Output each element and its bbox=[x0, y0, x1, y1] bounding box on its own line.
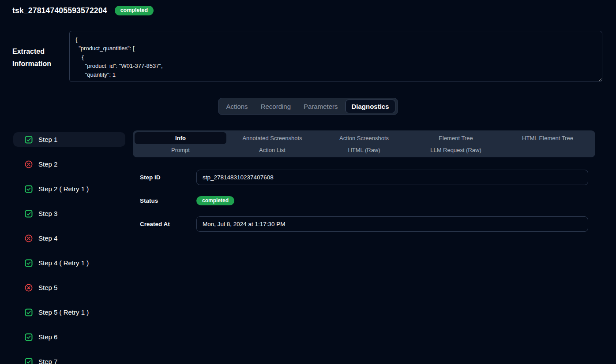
step-list-item[interactable]: Step 6 bbox=[13, 330, 125, 344]
info-field-row: Created At bbox=[140, 216, 588, 232]
step-label: Step 2 bbox=[38, 160, 57, 168]
step-success-check-icon bbox=[25, 308, 33, 316]
step-label: Step 4 bbox=[38, 234, 57, 242]
subtab-element-tree[interactable]: Element Tree bbox=[410, 132, 502, 144]
subtab-html-raw[interactable]: HTML (Raw) bbox=[318, 145, 410, 156]
step-label: Step 1 bbox=[38, 136, 57, 143]
info-field-row: Statuscompleted bbox=[140, 193, 588, 208]
task-id-title: tsk_278147405593572204 bbox=[12, 6, 107, 15]
step-list-item[interactable]: Step 3 bbox=[13, 206, 125, 221]
subtab-info[interactable]: Info bbox=[135, 132, 226, 144]
step-label: Step 5 bbox=[38, 284, 57, 291]
extracted-information-section: Extracted Information { "product_quantit… bbox=[0, 31, 616, 82]
step-label: Step 5 ( Retry 1 ) bbox=[38, 308, 89, 316]
step-list-item[interactable]: Step 4 bbox=[13, 231, 125, 245]
info-field-row: Step ID bbox=[140, 170, 588, 185]
step-failure-x-icon bbox=[25, 234, 33, 242]
tab-recording[interactable]: Recording bbox=[255, 100, 296, 113]
step-label: Step 6 bbox=[38, 333, 57, 341]
diagnostics-subtabs: InfoAnnotated ScreenshotsAction Screensh… bbox=[133, 130, 595, 157]
diagnostics-content: Step 1 Step 2 Step 2 ( Retry 1 ) Step 3 … bbox=[0, 130, 616, 364]
info-fields: Step IDStatuscompletedCreated At bbox=[140, 170, 588, 232]
step-list-item[interactable]: Step 2 ( Retry 1 ) bbox=[13, 182, 125, 196]
step-list-item[interactable]: Step 1 bbox=[13, 132, 125, 147]
step-failure-x-icon bbox=[25, 284, 33, 292]
step-label: Step 3 bbox=[38, 210, 57, 217]
step-failure-x-icon bbox=[25, 160, 33, 168]
step-success-check-icon bbox=[25, 210, 33, 218]
subtab-html-element-tree[interactable]: HTML Element Tree bbox=[502, 132, 593, 144]
step-success-check-icon bbox=[25, 136, 33, 144]
step-label: Step 7 bbox=[38, 358, 57, 364]
step-list-item[interactable]: Step 5 bbox=[13, 280, 125, 295]
step-list-item[interactable]: Step 2 bbox=[13, 157, 125, 171]
info-field-input[interactable] bbox=[196, 170, 588, 185]
tab-parameters[interactable]: Parameters bbox=[298, 100, 343, 113]
main-tabs: ActionsRecordingParametersDiagnostics bbox=[218, 98, 398, 115]
extracted-information-textarea[interactable]: { "product_quantities": [ { "product_id"… bbox=[69, 31, 602, 82]
task-status-badge: completed bbox=[115, 6, 154, 15]
info-field-label: Step ID bbox=[140, 174, 196, 181]
step-success-check-icon bbox=[25, 358, 33, 364]
step-label: Step 4 ( Retry 1 ) bbox=[38, 259, 89, 267]
steps-list: Step 1 Step 2 Step 2 ( Retry 1 ) Step 3 … bbox=[13, 130, 125, 364]
step-list-item[interactable]: Step 5 ( Retry 1 ) bbox=[13, 305, 125, 319]
subtab-action-screenshots[interactable]: Action Screenshots bbox=[318, 132, 410, 144]
diagnostics-panel: InfoAnnotated ScreenshotsAction Screensh… bbox=[133, 130, 595, 240]
task-header: tsk_278147405593572204 completed bbox=[12, 6, 616, 15]
subtab-prompt[interactable]: Prompt bbox=[135, 145, 226, 156]
step-success-check-icon bbox=[25, 333, 33, 341]
step-success-check-icon bbox=[25, 259, 33, 267]
tab-actions[interactable]: Actions bbox=[221, 100, 253, 113]
extracted-information-label: Extracted Information bbox=[12, 31, 62, 70]
tab-diagnostics[interactable]: Diagnostics bbox=[346, 100, 395, 113]
step-success-check-icon bbox=[25, 185, 33, 193]
info-field-label: Created At bbox=[140, 221, 196, 227]
main-tabs-row: ActionsRecordingParametersDiagnostics bbox=[0, 98, 616, 115]
step-label: Step 2 ( Retry 1 ) bbox=[38, 185, 89, 193]
info-field-label: Status bbox=[140, 197, 196, 204]
info-field-input[interactable] bbox=[196, 216, 588, 232]
step-list-item[interactable]: Step 7 bbox=[13, 354, 125, 364]
subtab-annotated-screenshots[interactable]: Annotated Screenshots bbox=[226, 132, 318, 144]
step-list-item[interactable]: Step 4 ( Retry 1 ) bbox=[13, 256, 125, 270]
step-status-badge: completed bbox=[196, 196, 234, 205]
subtab-llm-request-raw[interactable]: LLM Request (Raw) bbox=[410, 145, 502, 156]
subtab-action-list[interactable]: Action List bbox=[226, 145, 318, 156]
